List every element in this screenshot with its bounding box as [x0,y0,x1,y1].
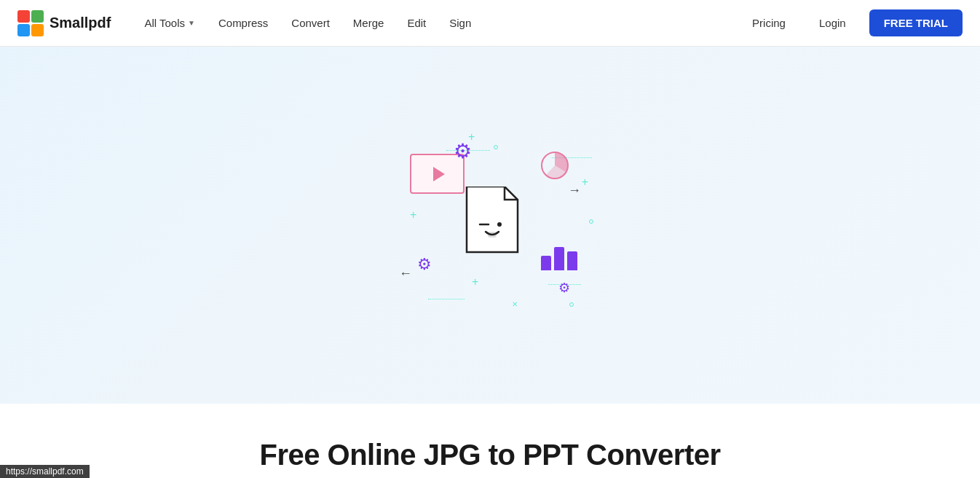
pricing-link[interactable]: Pricing [742,11,796,35]
bar-3 [567,251,577,270]
svg-point-6 [497,222,502,227]
deco-dot-1 [494,145,498,149]
logo-link[interactable]: Smallpdf [17,10,111,36]
nav-edit[interactable]: Edit [397,11,436,35]
nav-merge[interactable]: Merge [343,11,395,35]
svg-rect-2 [17,24,30,36]
navbar: Smallpdf All Tools ▼ Compress Convert Me… [0,0,980,47]
chevron-down-icon: ▼ [188,19,195,27]
nav-convert[interactable]: Convert [281,11,340,35]
svg-rect-7 [488,232,497,238]
nav-links: All Tools ▼ Compress Convert Merge Edit … [134,11,742,35]
page-title-section: Free Online JPG to PPT Converter [0,404,980,478]
deco-dot-3 [589,219,593,224]
svg-rect-3 [31,24,44,36]
plus-icon-3: + [472,275,478,289]
status-bar: https://smallpdf.com [0,465,90,478]
nav-sign[interactable]: Sign [439,11,481,35]
bar-1 [541,256,551,270]
arrow-left-icon: ← [399,266,412,281]
nav-compress[interactable]: Compress [208,11,278,35]
status-url: https://smallpdf.com [6,466,84,477]
arrow-right-icon: → [568,183,581,198]
bar-2 [554,247,564,270]
bar-chart-icon [541,247,577,270]
gear-icon-3: ⚙ [558,280,570,296]
gear-icon-1: ⚙ [454,139,472,163]
svg-rect-1 [31,10,44,23]
nav-right: Pricing Login FREE TRIAL [742,9,963,36]
pie-chart-icon [540,150,570,184]
free-trial-button[interactable]: FREE TRIAL [869,9,963,36]
gear-icon-2: ⚙ [417,255,432,274]
nav-all-tools[interactable]: All Tools ▼ [134,11,205,35]
logo-icon [17,10,44,36]
svg-rect-0 [17,10,30,23]
login-button[interactable]: Login [807,11,858,35]
deco-x-1: ✕ [512,300,518,308]
deco-line-3 [428,299,465,299]
deco-dot-2 [569,302,574,307]
play-icon [433,167,445,181]
logo-text: Smallpdf [50,15,111,31]
plus-icon-4: + [582,176,588,189]
document-character [461,187,519,252]
hero-section: + + + + ✕ ⚙ ⚙ ⚙ → ← [0,47,980,404]
illustration: + + + + ✕ ⚙ ⚙ ⚙ → ← [366,110,614,329]
page-title: Free Online JPG to PPT Converter [17,439,963,471]
plus-icon-2: + [410,208,416,222]
